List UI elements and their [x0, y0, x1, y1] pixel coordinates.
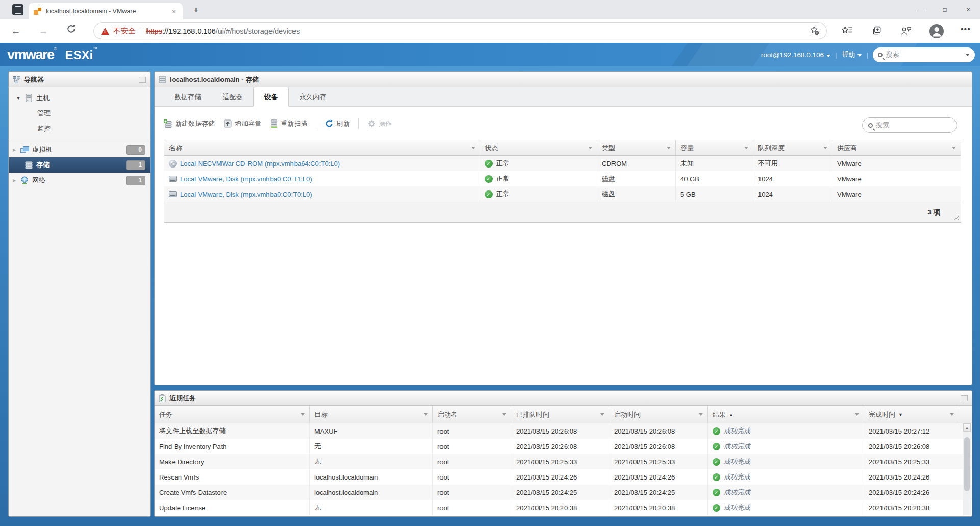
column-menu-icon[interactable]: [699, 413, 703, 416]
minimize-button[interactable]: —: [910, 0, 933, 19]
tab-devices[interactable]: 设备: [253, 87, 289, 107]
column-header-started[interactable]: 启动时间: [609, 406, 707, 423]
column-header-capacity[interactable]: 容量: [675, 140, 753, 155]
column-header-status[interactable]: 状态: [480, 140, 597, 155]
refresh-button[interactable]: [64, 24, 78, 36]
maximize-panel-icon[interactable]: [961, 395, 968, 401]
url-host: ://192.168.0.106: [162, 27, 216, 35]
status-ok-icon: ✓: [713, 458, 720, 466]
scrollbar-thumb[interactable]: [964, 437, 970, 491]
column-header-type[interactable]: 类型: [597, 140, 675, 155]
devices-table-header: 名称 状态 类型 容量 队列深度 供应商: [164, 140, 961, 156]
column-header-task[interactable]: 任务: [155, 406, 309, 423]
recent-tasks-panel: 近期任务 任务 目标 启动者 已排队时间 启动时间 结果▲ 完成时间▼ 将文件上…: [154, 390, 972, 517]
navigator-panel: 导航器 ▼ 主机 管理 监控 ▶ 虚拟机: [8, 71, 151, 517]
task-row[interactable]: 将文件上载至数据存储 MAXUF root 2021/03/15 20:26:0…: [155, 423, 972, 439]
add-favorite-icon[interactable]: [810, 26, 819, 37]
new-tab-button[interactable]: +: [190, 4, 202, 16]
back-button[interactable]: ←: [9, 25, 22, 37]
column-header-vendor[interactable]: 供应商: [832, 140, 961, 155]
network-count-badge: 1: [126, 176, 145, 185]
status-ok-icon: ✓: [713, 443, 720, 450]
column-menu-icon[interactable]: [588, 147, 592, 149]
device-name-link[interactable]: Local VMware, Disk (mpx.vmhba0:C0:T0:L0): [180, 190, 312, 198]
column-menu-icon[interactable]: [600, 413, 604, 416]
security-label[interactable]: 不安全: [113, 26, 136, 36]
profile-avatar[interactable]: [929, 23, 944, 41]
column-menu-icon[interactable]: [855, 413, 859, 416]
column-header-name[interactable]: 名称: [164, 140, 480, 155]
status-ok-icon: ✓: [713, 427, 720, 435]
tab-datastores[interactable]: 数据存储: [164, 87, 212, 106]
task-row[interactable]: Create Vmfs Datastore localhost.localdom…: [155, 485, 972, 500]
column-menu-icon[interactable]: [744, 147, 748, 149]
sidebar-item-monitor[interactable]: 监控: [9, 121, 150, 136]
column-menu-icon[interactable]: [823, 147, 827, 149]
feedback-icon[interactable]: [900, 26, 912, 38]
undock-panel-icon[interactable]: [139, 77, 146, 83]
increase-capacity-icon: [224, 119, 232, 128]
column-menu-icon[interactable]: [952, 147, 956, 149]
scroll-up-icon[interactable]: ▲: [963, 423, 971, 432]
help-menu[interactable]: 帮助: [841, 50, 862, 59]
new-datastore-button[interactable]: 新建数据存储: [164, 119, 215, 128]
close-tab-icon[interactable]: ×: [169, 8, 178, 15]
storage-panel-header: localhost.localdomain - 存储: [155, 72, 972, 87]
esxi-header: vmware®ESXi™ root@192.168.0.106 | 帮助 | 搜…: [0, 43, 980, 66]
device-row[interactable]: Local VMware, Disk (mpx.vmhba0:C0:T1:L0)…: [164, 171, 961, 186]
status-ok-icon: ✓: [713, 489, 720, 496]
column-menu-icon[interactable]: [502, 413, 506, 416]
tree-expanded-icon[interactable]: ▼: [15, 95, 22, 101]
browser-menu-icon[interactable]: •••: [961, 25, 971, 34]
column-menu-icon[interactable]: [471, 147, 475, 149]
close-window-button[interactable]: ×: [957, 0, 980, 19]
navigator-tree: ▼ 主机 管理 监控 ▶ 虚拟机 0: [9, 87, 150, 188]
window-controls: — □ ×: [910, 0, 980, 19]
refresh-devices-button[interactable]: 刷新: [325, 119, 350, 128]
column-header-target[interactable]: 目标: [309, 406, 432, 423]
task-row[interactable]: Find By Inventory Path 无 root 2021/03/15…: [155, 439, 972, 454]
rescan-button[interactable]: 重新扫描: [270, 119, 307, 128]
collections-icon[interactable]: [872, 26, 882, 38]
devices-search-input[interactable]: 搜索: [862, 117, 957, 133]
browser-tab[interactable]: localhost.localdomain - VMware ×: [29, 3, 183, 19]
tab-persistent-memory[interactable]: 永久内存: [289, 87, 337, 106]
tree-collapsed-icon[interactable]: ▶: [11, 148, 18, 152]
new-datastore-icon: [164, 119, 172, 128]
column-menu-icon[interactable]: [301, 413, 305, 416]
user-menu[interactable]: root@192.168.0.106: [761, 51, 830, 59]
column-header-queue-depth[interactable]: 队列深度: [753, 140, 832, 155]
device-name-link[interactable]: Local VMware, Disk (mpx.vmhba0:C0:T1:L0): [180, 175, 312, 183]
tab-adapters[interactable]: 适配器: [212, 87, 253, 106]
actions-button: 操作: [368, 119, 392, 128]
sidebar-item-host[interactable]: ▼ 主机: [9, 90, 150, 106]
column-header-initiator[interactable]: 启动者: [432, 406, 511, 423]
column-menu-icon[interactable]: [667, 147, 671, 149]
task-row[interactable]: Make Directory 无 root 2021/03/15 20:25:3…: [155, 454, 972, 469]
column-header-completed[interactable]: 完成时间▼: [864, 406, 959, 423]
sidebar-item-virtual-machines[interactable]: ▶ 虚拟机 0: [9, 142, 150, 157]
tasks-scrollbar[interactable]: ▲: [963, 423, 971, 515]
device-row[interactable]: Local NECVMWar CD-ROM (mpx.vmhba64:C0:T0…: [164, 156, 961, 171]
sidebar-item-storage[interactable]: 存储 1: [9, 157, 150, 173]
address-bar[interactable]: ! 不安全 https://192.168.0.106/ui/#/host/st…: [93, 22, 827, 39]
device-name-link[interactable]: Local NECVMWar CD-ROM (mpx.vmhba64:C0:T0…: [180, 160, 340, 168]
browser-app-icon[interactable]: [12, 4, 23, 15]
global-search-input[interactable]: 搜索: [873, 47, 975, 62]
increase-capacity-button[interactable]: 增加容量: [224, 119, 261, 128]
tree-collapsed-icon[interactable]: ▶: [11, 178, 18, 183]
favorites-bar-icon[interactable]: [841, 26, 852, 38]
maximize-button[interactable]: □: [933, 0, 957, 19]
browser-tab-strip: localhost.localdomain - VMware × + — □ ×: [0, 0, 980, 19]
chevron-down-icon[interactable]: [966, 54, 970, 56]
device-row[interactable]: Local VMware, Disk (mpx.vmhba0:C0:T0:L0)…: [164, 186, 961, 202]
column-menu-icon[interactable]: [950, 413, 954, 416]
sidebar-item-networking[interactable]: ▶ 网络 1: [9, 173, 150, 188]
task-row[interactable]: Update License 无 root 2021/03/15 20:20:3…: [155, 500, 972, 515]
resize-grip[interactable]: [952, 213, 959, 220]
task-row[interactable]: Rescan Vmfs localhost.localdomain root 2…: [155, 469, 972, 485]
column-menu-icon[interactable]: [424, 413, 428, 416]
sidebar-item-manage[interactable]: 管理: [9, 106, 150, 121]
column-header-result[interactable]: 结果▲: [707, 406, 864, 423]
column-header-queued[interactable]: 已排队时间: [511, 406, 609, 423]
